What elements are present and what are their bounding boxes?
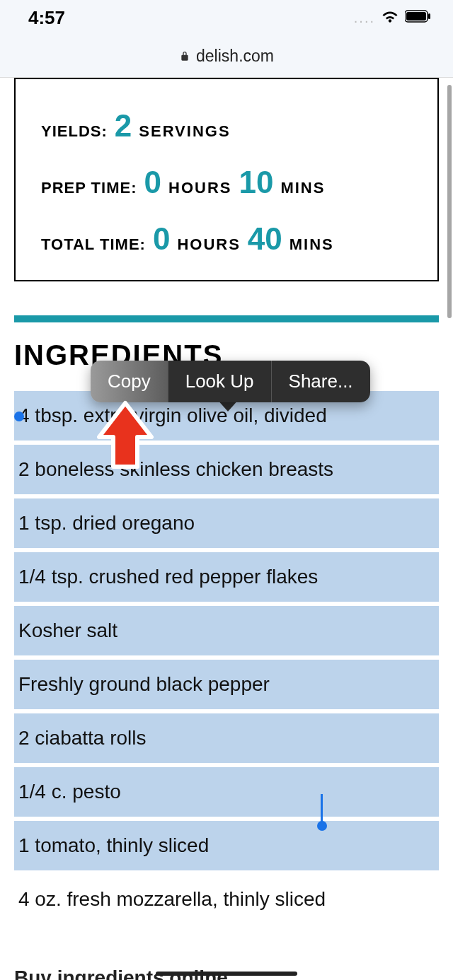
prep-time-row: PREP TIME: 0 HOURS 10 MINS [41, 167, 412, 198]
section-divider [14, 315, 439, 322]
share-button[interactable]: Share... [271, 361, 370, 402]
total-hours-unit: HOURS [177, 235, 240, 254]
lookup-button[interactable]: Look Up [168, 361, 271, 402]
copy-button[interactable]: Copy [91, 361, 168, 402]
annotation-arrow-icon [93, 397, 157, 478]
list-item[interactable]: 1 tsp. dried oregano [14, 498, 439, 548]
prep-hours-unit: HOURS [168, 179, 231, 197]
prep-hours: 0 [144, 167, 161, 198]
yields-label: YIELDS: [41, 122, 108, 141]
signal-dots: .... [354, 10, 375, 26]
list-item[interactable]: 1/4 tsp. crushed red pepper flakes [14, 552, 439, 602]
status-time: 4:57 [28, 7, 65, 29]
url-bar[interactable]: delish.com [0, 35, 453, 78]
list-item[interactable]: 2 ciabatta rolls [14, 713, 439, 763]
battery-icon [405, 10, 432, 25]
list-item[interactable]: Kosher salt [14, 606, 439, 655]
home-indicator[interactable] [156, 972, 297, 976]
svg-rect-2 [428, 13, 430, 19]
selection-end-handle[interactable] [317, 821, 327, 831]
total-mins: 40 [248, 223, 282, 255]
total-mins-unit: MINS [289, 235, 334, 254]
list-item[interactable]: 4 oz. fresh mozzarella, thinly sliced [14, 875, 439, 924]
svg-rect-1 [406, 12, 426, 21]
url-text: delish.com [196, 47, 274, 66]
list-item[interactable]: Freshly ground black pepper [14, 660, 439, 709]
list-item[interactable]: 1/4 c. pesto [14, 767, 439, 817]
total-time-row: TOTAL TIME: 0 HOURS 40 MINS [41, 223, 412, 255]
yields-value: 2 [115, 110, 132, 141]
ingredients-list[interactable]: 4 tbsp. extra-virgin olive oil, divided … [14, 391, 439, 924]
wifi-icon [381, 7, 399, 28]
prep-label: PREP TIME: [41, 179, 137, 197]
text-selection-menu: Copy Look Up Share... [91, 361, 370, 402]
lock-icon [179, 47, 190, 66]
selection-start-handle[interactable] [14, 412, 24, 421]
total-label: TOTAL TIME: [41, 235, 146, 254]
prep-mins: 10 [239, 167, 273, 198]
scrollbar-thumb[interactable] [447, 85, 452, 318]
yields-row: YIELDS: 2 SERVINGS [41, 110, 412, 141]
status-right: .... [354, 7, 432, 28]
recipe-meta-box: YIELDS: 2 SERVINGS PREP TIME: 0 HOURS 10… [14, 78, 439, 281]
list-item[interactable]: 2 boneless skinless chicken breasts [14, 445, 439, 494]
prep-mins-unit: MINS [280, 179, 325, 197]
status-bar: 4:57 .... [0, 0, 453, 35]
yields-unit: SERVINGS [139, 122, 230, 141]
list-item[interactable]: 1 tomato, thinly sliced [14, 821, 439, 870]
total-hours: 0 [153, 223, 170, 255]
